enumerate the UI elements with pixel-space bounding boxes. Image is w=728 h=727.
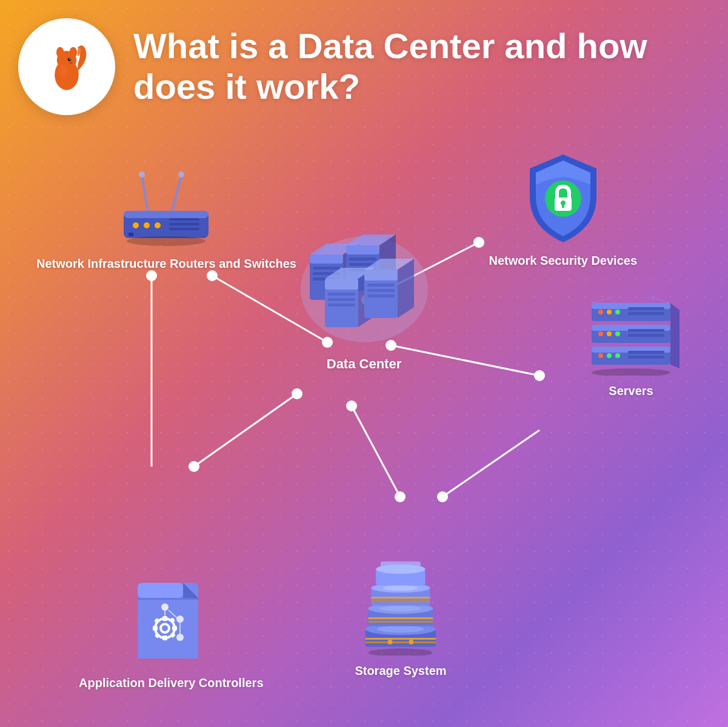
security-node: Network Security Devices	[489, 151, 637, 268]
svg-point-2	[56, 47, 64, 58]
security-icon	[524, 151, 603, 245]
router-node: Network Infrastructure Routers and Switc…	[36, 170, 296, 271]
svg-rect-62	[367, 284, 395, 287]
svg-rect-85	[628, 351, 664, 354]
svg-point-77	[615, 331, 620, 336]
svg-rect-71	[628, 307, 664, 310]
svg-rect-46	[310, 254, 343, 264]
security-label: Network Security Devices	[489, 253, 637, 268]
svg-point-87	[369, 648, 433, 656]
logo-circle	[18, 18, 115, 115]
storage-node: Storage System	[355, 559, 446, 679]
svg-point-124	[176, 634, 184, 641]
svg-rect-32	[124, 211, 209, 218]
svg-rect-58	[328, 298, 355, 301]
router-label: Network Infrastructure Routers and Switc…	[36, 256, 296, 271]
svg-point-3	[70, 47, 78, 58]
svg-point-123	[176, 616, 184, 623]
svg-line-17	[352, 406, 400, 497]
storage-label: Storage System	[355, 663, 446, 679]
svg-point-107	[409, 640, 414, 645]
svg-rect-102	[371, 600, 430, 602]
logo-icon	[39, 39, 94, 94]
servers-node: Servers	[583, 297, 680, 399]
app-delivery-node: Application Delivery Controllers	[79, 577, 264, 691]
svg-point-100	[383, 585, 418, 591]
svg-rect-101	[371, 597, 430, 599]
svg-rect-109	[138, 583, 183, 598]
svg-rect-86	[628, 356, 664, 359]
svg-point-4	[68, 58, 71, 61]
svg-point-76	[607, 331, 612, 336]
svg-rect-38	[169, 228, 199, 230]
svg-point-28	[139, 171, 145, 178]
svg-point-90	[377, 626, 424, 633]
svg-point-69	[607, 310, 612, 314]
svg-point-34	[144, 222, 150, 228]
svg-point-82	[598, 353, 603, 358]
svg-rect-51	[346, 245, 379, 254]
svg-point-106	[388, 640, 393, 645]
svg-rect-115	[162, 636, 167, 640]
svg-line-22	[194, 394, 297, 466]
svg-rect-117	[172, 626, 177, 631]
svg-rect-78	[628, 329, 664, 332]
svg-rect-91	[366, 638, 436, 640]
header: What is a Data Center and how does it wo…	[18, 18, 710, 115]
svg-rect-47	[313, 267, 340, 270]
svg-rect-64	[367, 294, 395, 297]
svg-rect-36	[169, 218, 199, 221]
svg-point-65	[592, 368, 670, 376]
svg-rect-92	[366, 642, 436, 643]
svg-point-35	[155, 222, 161, 228]
svg-point-70	[615, 310, 620, 314]
svg-point-75	[598, 331, 603, 336]
svg-line-29	[172, 176, 181, 212]
datacenter-label: Data Center	[327, 356, 401, 373]
svg-rect-116	[153, 626, 158, 631]
svg-point-84	[615, 353, 620, 358]
svg-point-122	[161, 603, 169, 611]
app-delivery-label: Application Delivery Controllers	[79, 675, 264, 691]
svg-rect-56	[325, 279, 358, 290]
svg-point-23	[292, 388, 302, 399]
datacenter-icon	[298, 230, 431, 345]
main-title: What is a Data Center and how does it wo…	[133, 26, 710, 107]
svg-rect-44	[562, 204, 564, 208]
svg-rect-57	[328, 293, 355, 296]
datacenter-node: Data Center	[298, 230, 431, 373]
servers-icon	[583, 297, 680, 376]
svg-rect-111	[138, 598, 198, 600]
svg-rect-105	[381, 562, 421, 569]
svg-point-95	[380, 606, 421, 612]
svg-point-5	[70, 59, 71, 60]
svg-point-13	[473, 237, 484, 248]
svg-point-30	[178, 171, 184, 178]
storage-icon	[358, 559, 443, 656]
diagram: Network Infrastructure Routers and Switc…	[0, 139, 728, 727]
svg-rect-61	[364, 270, 398, 281]
svg-point-21	[437, 491, 448, 502]
svg-rect-39	[129, 233, 133, 236]
svg-point-68	[598, 310, 603, 314]
svg-line-20	[442, 430, 539, 497]
svg-point-6	[70, 62, 73, 64]
svg-point-83	[607, 353, 612, 358]
svg-point-40	[127, 236, 205, 246]
svg-rect-52	[349, 257, 376, 261]
svg-rect-37	[169, 223, 199, 225]
svg-point-24	[189, 461, 199, 472]
svg-point-33	[133, 222, 139, 228]
svg-point-7	[59, 64, 67, 78]
svg-rect-79	[628, 334, 664, 337]
svg-rect-96	[369, 617, 433, 619]
svg-rect-72	[628, 312, 664, 315]
svg-point-16	[534, 370, 545, 381]
svg-point-26	[146, 270, 157, 281]
background: What is a Data Center and how does it wo…	[0, 0, 728, 727]
svg-rect-97	[369, 621, 433, 623]
app-delivery-icon	[132, 577, 210, 668]
svg-point-19	[395, 491, 406, 502]
svg-point-10	[207, 270, 218, 281]
servers-label: Servers	[609, 383, 653, 399]
